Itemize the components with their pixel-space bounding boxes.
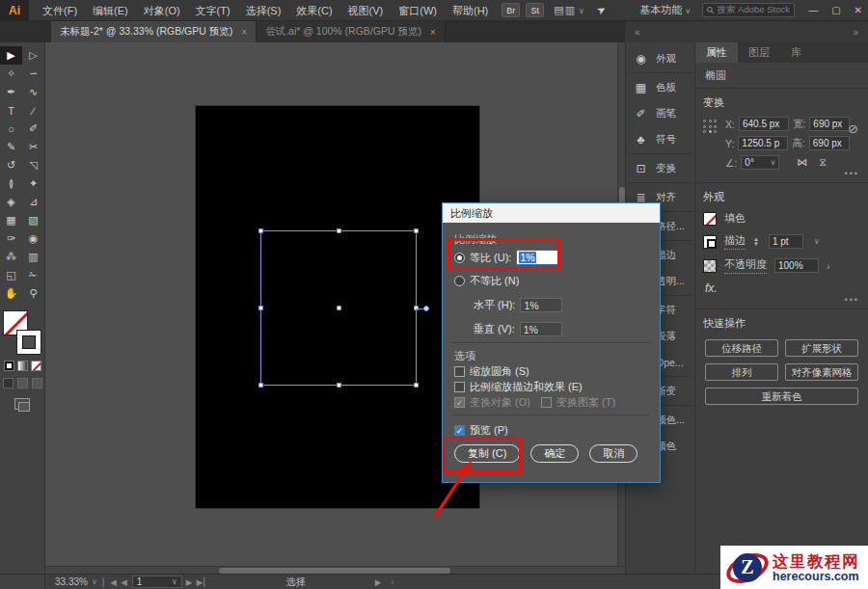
- handle-middle-left[interactable]: [258, 306, 263, 310]
- preview-checkbox[interactable]: ✓: [454, 425, 465, 436]
- vertical-scale-input[interactable]: 1%: [520, 322, 562, 336]
- stroke-swatch[interactable]: [16, 330, 41, 355]
- menu-item-4[interactable]: 文字(T): [188, 0, 238, 21]
- stroke-weight-chevron-icon[interactable]: ∨: [814, 237, 820, 246]
- dock-item-symbols[interactable]: ♣符号: [626, 126, 694, 152]
- dock-item-brushes[interactable]: ✐画笔: [626, 100, 694, 126]
- handle-bottom-right[interactable]: [414, 383, 419, 388]
- uniform-radio[interactable]: [454, 253, 465, 263]
- gradient-mode-button[interactable]: [17, 361, 28, 371]
- menu-item-5[interactable]: 选择(S): [238, 0, 289, 21]
- quick-action-5[interactable]: 重新着色: [705, 388, 858, 405]
- direct-selection-tool[interactable]: ▷: [22, 46, 44, 65]
- x-field[interactable]: 640.5 px: [739, 117, 789, 131]
- gradient-tool[interactable]: ▧: [22, 211, 44, 229]
- paintbrush-tool[interactable]: ✐: [22, 120, 44, 138]
- draw-behind-button[interactable]: [17, 378, 28, 388]
- ok-button[interactable]: 确定: [530, 444, 579, 463]
- menu-item-7[interactable]: 视图(V): [340, 0, 392, 21]
- quick-action-2[interactable]: 扩展形状: [785, 339, 858, 357]
- cancel-button[interactable]: 取消: [589, 444, 637, 463]
- color-mode-button[interactable]: [4, 361, 14, 371]
- stroke-weight-stepper[interactable]: ▲▼: [753, 237, 759, 247]
- stroke-label[interactable]: 描边: [724, 233, 746, 250]
- symbol-sprayer-tool[interactable]: ⁂: [0, 248, 22, 266]
- fill-color-swatch[interactable]: [703, 212, 717, 226]
- draw-inside-button[interactable]: [32, 378, 42, 388]
- fx-button[interactable]: fx.: [705, 281, 860, 295]
- shaper-tool[interactable]: ✎: [0, 138, 22, 156]
- collapse-panels-icon[interactable]: «: [635, 27, 640, 38]
- horizontal-scale-input[interactable]: 1%: [520, 298, 562, 312]
- rotation-select[interactable]: 0°∨: [741, 155, 779, 170]
- object-center-point[interactable]: [337, 306, 341, 310]
- selection-tool[interactable]: ▶: [0, 46, 22, 65]
- selection-bounding-box[interactable]: [260, 230, 417, 386]
- rotate-tool[interactable]: ↺: [0, 156, 22, 174]
- scissors-tool[interactable]: ✂: [22, 138, 44, 156]
- menu-item-1[interactable]: 文件(F): [35, 0, 85, 21]
- scale-strokes-checkbox[interactable]: [454, 382, 465, 392]
- dialog-title[interactable]: 比例缩放: [443, 203, 660, 223]
- opacity-flyout-icon[interactable]: ›: [827, 260, 830, 272]
- close-button[interactable]: ✕: [854, 5, 862, 15]
- next-last-artboard-buttons[interactable]: ▶ ▶▏: [186, 577, 211, 587]
- handle-top-left[interactable]: [258, 228, 263, 233]
- dock-item-transform[interactable]: ⊡变换: [626, 155, 694, 181]
- tab-close-icon[interactable]: ×: [241, 27, 247, 38]
- slice-tool[interactable]: ✁: [22, 266, 44, 284]
- artboard-navigation[interactable]: 1 ∨: [132, 576, 182, 588]
- width-field[interactable]: 690 px: [809, 117, 850, 131]
- workspace-switcher[interactable]: 基本功能∨: [639, 3, 691, 17]
- menu-item-3[interactable]: 对象(O): [136, 0, 188, 21]
- opacity-field[interactable]: 100%: [774, 258, 819, 273]
- puppet-warp-tool[interactable]: ✦: [22, 174, 44, 193]
- share-icon[interactable]: ➤: [594, 3, 608, 18]
- minimize-button[interactable]: —: [808, 5, 818, 15]
- flip-vertical-icon[interactable]: ⧖: [819, 156, 827, 169]
- ellipse-tool[interactable]: ○: [0, 120, 22, 138]
- screen-mode-button[interactable]: [14, 398, 30, 410]
- tab-close-icon[interactable]: ×: [430, 27, 436, 38]
- panel-tab-图层[interactable]: 图层: [738, 42, 780, 63]
- opacity-label[interactable]: 不透明度: [724, 257, 767, 274]
- first-prev-artboard-buttons[interactable]: ▏◀ ◀: [103, 577, 128, 587]
- type-tool[interactable]: T: [0, 101, 22, 120]
- flip-horizontal-icon[interactable]: ⋈: [797, 156, 807, 169]
- zoom-tool[interactable]: ⚲: [22, 284, 44, 303]
- blend-tool[interactable]: ◉: [22, 229, 44, 248]
- quick-action-3[interactable]: 排列: [705, 363, 778, 381]
- dock-item-appearance[interactable]: ◉外观: [626, 45, 694, 71]
- height-field[interactable]: 690 px: [809, 136, 850, 150]
- anchor-point[interactable]: [423, 306, 429, 311]
- stroke-weight-field[interactable]: 1 pt: [769, 234, 803, 249]
- magic-wand-tool[interactable]: ✧: [0, 65, 22, 83]
- handle-bottom-left[interactable]: [258, 383, 263, 388]
- pen-tool[interactable]: ✒: [0, 83, 22, 101]
- appearance-more-options[interactable]: •••: [845, 295, 859, 305]
- bridge-button[interactable]: Br: [502, 3, 520, 17]
- maximize-button[interactable]: ▢: [831, 5, 840, 15]
- quick-action-4[interactable]: 对齐像素网格: [785, 363, 858, 381]
- handle-top-right[interactable]: [414, 228, 419, 233]
- reference-point-grid[interactable]: [703, 120, 719, 136]
- menu-item-9[interactable]: 帮助(H): [445, 0, 496, 21]
- scale-tool[interactable]: ◹: [22, 156, 44, 174]
- stroke-color-swatch[interactable]: [703, 235, 717, 249]
- curvature-tool[interactable]: ∿: [22, 83, 44, 101]
- handle-top-center[interactable]: [337, 228, 341, 233]
- zoom-chevron-icon[interactable]: ∨: [92, 577, 97, 586]
- y-field[interactable]: 1250.5 p: [738, 136, 788, 150]
- zoom-level[interactable]: 33.33%: [55, 576, 88, 587]
- dock-item-swatches[interactable]: ▦色板: [626, 74, 694, 100]
- uniform-scale-input[interactable]: 1%: [516, 250, 558, 265]
- scale-corners-checkbox[interactable]: [454, 366, 465, 377]
- shape-builder-tool[interactable]: ◈: [0, 193, 22, 211]
- search-input[interactable]: ⚲搜索 Adobe Stock: [702, 3, 795, 17]
- copy-button[interactable]: 复制 (C): [454, 444, 520, 463]
- mesh-tool[interactable]: ▦: [0, 211, 22, 229]
- quick-action-1[interactable]: 位移路径: [705, 339, 778, 357]
- menu-item-8[interactable]: 窗口(W): [391, 0, 445, 21]
- graph-tool[interactable]: ▥: [22, 248, 44, 266]
- arrange-documents-icon[interactable]: ▤▥∨: [554, 4, 585, 16]
